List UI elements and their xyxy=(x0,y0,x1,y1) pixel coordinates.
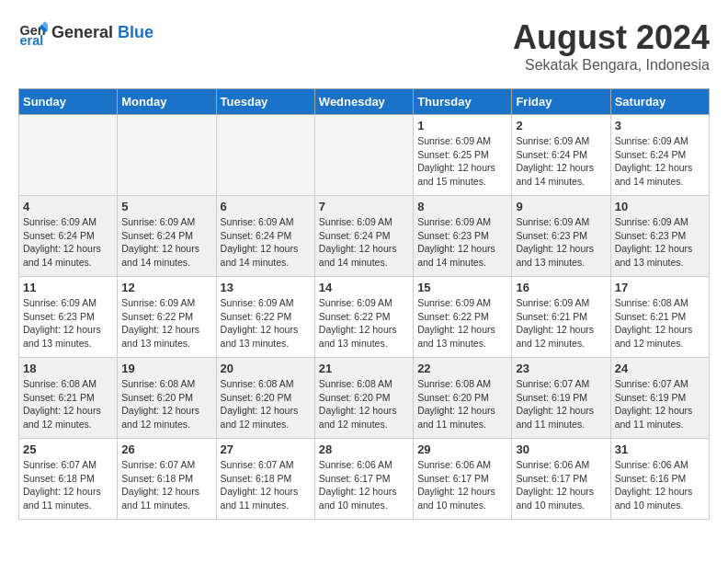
day-number: 18 xyxy=(23,362,113,375)
day-info: Sunrise: 6:09 AM Sunset: 6:22 PM Dayligh… xyxy=(221,296,311,350)
day-info: Sunrise: 6:06 AM Sunset: 6:16 PM Dayligh… xyxy=(615,458,705,512)
day-info: Sunrise: 6:08 AM Sunset: 6:21 PM Dayligh… xyxy=(23,377,113,431)
calendar-week-row: 11Sunrise: 6:09 AM Sunset: 6:23 PM Dayli… xyxy=(19,277,710,358)
day-info: Sunrise: 6:09 AM Sunset: 6:23 PM Dayligh… xyxy=(516,215,606,270)
day-info: Sunrise: 6:09 AM Sunset: 6:22 PM Dayligh… xyxy=(121,296,211,350)
weekday-header-tuesday: Tuesday xyxy=(216,89,314,115)
calendar-cell: 11Sunrise: 6:09 AM Sunset: 6:23 PM Dayli… xyxy=(19,277,118,358)
calendar-table: SundayMondayTuesdayWednesdayThursdayFrid… xyxy=(18,88,710,520)
day-info: Sunrise: 6:07 AM Sunset: 6:18 PM Dayligh… xyxy=(23,458,113,512)
day-number: 4 xyxy=(23,200,113,213)
day-number: 29 xyxy=(417,442,507,456)
calendar-cell xyxy=(216,115,314,196)
day-info: Sunrise: 6:07 AM Sunset: 6:19 PM Dayligh… xyxy=(615,377,705,431)
day-info: Sunrise: 6:06 AM Sunset: 6:17 PM Dayligh… xyxy=(417,458,507,512)
day-number: 25 xyxy=(23,442,113,456)
calendar-cell: 21Sunrise: 6:08 AM Sunset: 6:20 PM Dayli… xyxy=(314,358,413,439)
day-number: 23 xyxy=(516,362,606,375)
calendar-cell xyxy=(19,115,118,196)
calendar-cell: 7Sunrise: 6:09 AM Sunset: 6:24 PM Daylig… xyxy=(314,196,413,277)
calendar-cell: 17Sunrise: 6:08 AM Sunset: 6:21 PM Dayli… xyxy=(610,277,709,358)
calendar-cell: 27Sunrise: 6:07 AM Sunset: 6:18 PM Dayli… xyxy=(216,439,314,520)
day-number: 9 xyxy=(516,200,606,213)
calendar-cell: 14Sunrise: 6:09 AM Sunset: 6:22 PM Dayli… xyxy=(314,277,413,358)
day-number: 24 xyxy=(615,362,705,375)
day-number: 28 xyxy=(319,442,409,456)
day-number: 3 xyxy=(615,119,705,132)
calendar-cell: 4Sunrise: 6:09 AM Sunset: 6:24 PM Daylig… xyxy=(19,196,118,277)
day-info: Sunrise: 6:09 AM Sunset: 6:24 PM Dayligh… xyxy=(615,134,705,189)
calendar-week-row: 18Sunrise: 6:08 AM Sunset: 6:21 PM Dayli… xyxy=(19,358,710,439)
calendar-cell: 26Sunrise: 6:07 AM Sunset: 6:18 PM Dayli… xyxy=(118,439,216,520)
calendar-cell: 29Sunrise: 6:06 AM Sunset: 6:17 PM Dayli… xyxy=(414,439,512,520)
weekday-header-friday: Friday xyxy=(512,89,610,115)
calendar-cell xyxy=(314,115,413,196)
weekday-header-row: SundayMondayTuesdayWednesdayThursdayFrid… xyxy=(19,89,710,115)
logo: Gen eral General Blue xyxy=(18,18,154,48)
weekday-header-saturday: Saturday xyxy=(610,89,709,115)
day-info: Sunrise: 6:09 AM Sunset: 6:22 PM Dayligh… xyxy=(417,296,507,350)
day-info: Sunrise: 6:07 AM Sunset: 6:18 PM Dayligh… xyxy=(121,458,211,512)
day-number: 6 xyxy=(221,200,311,213)
calendar-cell xyxy=(118,115,216,196)
calendar-cell: 28Sunrise: 6:06 AM Sunset: 6:17 PM Dayli… xyxy=(314,439,413,520)
day-info: Sunrise: 6:07 AM Sunset: 6:19 PM Dayligh… xyxy=(516,377,606,431)
day-number: 10 xyxy=(615,200,705,213)
calendar-cell: 13Sunrise: 6:09 AM Sunset: 6:22 PM Dayli… xyxy=(216,277,314,358)
calendar-cell: 1Sunrise: 6:09 AM Sunset: 6:25 PM Daylig… xyxy=(414,115,512,196)
day-info: Sunrise: 6:09 AM Sunset: 6:24 PM Dayligh… xyxy=(121,215,211,270)
calendar-cell: 15Sunrise: 6:09 AM Sunset: 6:22 PM Dayli… xyxy=(414,277,512,358)
day-info: Sunrise: 6:08 AM Sunset: 6:21 PM Dayligh… xyxy=(615,296,705,350)
logo-line2: Blue xyxy=(118,23,154,41)
calendar-cell: 19Sunrise: 6:08 AM Sunset: 6:20 PM Dayli… xyxy=(118,358,216,439)
calendar-cell: 18Sunrise: 6:08 AM Sunset: 6:21 PM Dayli… xyxy=(19,358,118,439)
svg-text:eral: eral xyxy=(20,33,44,48)
day-info: Sunrise: 6:08 AM Sunset: 6:20 PM Dayligh… xyxy=(319,377,409,431)
day-number: 30 xyxy=(516,442,606,456)
calendar-cell: 25Sunrise: 6:07 AM Sunset: 6:18 PM Dayli… xyxy=(19,439,118,520)
calendar-cell: 12Sunrise: 6:09 AM Sunset: 6:22 PM Dayli… xyxy=(118,277,216,358)
weekday-header-monday: Monday xyxy=(118,89,216,115)
calendar-cell: 10Sunrise: 6:09 AM Sunset: 6:23 PM Dayli… xyxy=(610,196,709,277)
calendar-cell: 5Sunrise: 6:09 AM Sunset: 6:24 PM Daylig… xyxy=(118,196,216,277)
day-number: 7 xyxy=(319,200,409,213)
day-info: Sunrise: 6:07 AM Sunset: 6:18 PM Dayligh… xyxy=(221,458,311,512)
day-number: 21 xyxy=(319,362,409,375)
calendar-week-row: 4Sunrise: 6:09 AM Sunset: 6:24 PM Daylig… xyxy=(19,196,710,277)
calendar-cell: 31Sunrise: 6:06 AM Sunset: 6:16 PM Dayli… xyxy=(610,439,709,520)
day-number: 15 xyxy=(417,281,507,294)
day-info: Sunrise: 6:09 AM Sunset: 6:24 PM Dayligh… xyxy=(319,215,409,270)
day-info: Sunrise: 6:06 AM Sunset: 6:17 PM Dayligh… xyxy=(516,458,606,512)
day-number: 1 xyxy=(417,119,507,132)
month-year: August 2024 xyxy=(513,18,710,57)
day-info: Sunrise: 6:08 AM Sunset: 6:20 PM Dayligh… xyxy=(221,377,311,431)
day-number: 26 xyxy=(121,442,211,456)
calendar-cell: 23Sunrise: 6:07 AM Sunset: 6:19 PM Dayli… xyxy=(512,358,610,439)
calendar-cell: 24Sunrise: 6:07 AM Sunset: 6:19 PM Dayli… xyxy=(610,358,709,439)
day-info: Sunrise: 6:06 AM Sunset: 6:17 PM Dayligh… xyxy=(319,458,409,512)
page-header: Gen eral General Blue August 2024 Sekata… xyxy=(18,18,710,74)
day-info: Sunrise: 6:09 AM Sunset: 6:24 PM Dayligh… xyxy=(516,134,606,189)
day-number: 19 xyxy=(121,362,211,375)
calendar-cell: 6Sunrise: 6:09 AM Sunset: 6:24 PM Daylig… xyxy=(216,196,314,277)
day-number: 5 xyxy=(121,200,211,213)
logo-line1: General xyxy=(51,23,113,41)
day-number: 8 xyxy=(417,200,507,213)
weekday-header-wednesday: Wednesday xyxy=(314,89,413,115)
day-number: 16 xyxy=(516,281,606,294)
weekday-header-thursday: Thursday xyxy=(414,89,512,115)
title-block: August 2024 Sekatak Bengara, Indonesia xyxy=(513,18,710,74)
calendar-week-row: 25Sunrise: 6:07 AM Sunset: 6:18 PM Dayli… xyxy=(19,439,710,520)
day-info: Sunrise: 6:08 AM Sunset: 6:20 PM Dayligh… xyxy=(121,377,211,431)
day-info: Sunrise: 6:09 AM Sunset: 6:23 PM Dayligh… xyxy=(615,215,705,270)
day-number: 12 xyxy=(121,281,211,294)
calendar-cell: 30Sunrise: 6:06 AM Sunset: 6:17 PM Dayli… xyxy=(512,439,610,520)
day-number: 13 xyxy=(221,281,311,294)
day-info: Sunrise: 6:08 AM Sunset: 6:20 PM Dayligh… xyxy=(417,377,507,431)
day-number: 20 xyxy=(221,362,311,375)
day-info: Sunrise: 6:09 AM Sunset: 6:23 PM Dayligh… xyxy=(23,296,113,350)
location: Sekatak Bengara, Indonesia xyxy=(513,57,710,74)
calendar-cell: 8Sunrise: 6:09 AM Sunset: 6:23 PM Daylig… xyxy=(414,196,512,277)
day-info: Sunrise: 6:09 AM Sunset: 6:24 PM Dayligh… xyxy=(221,215,311,270)
calendar-cell: 3Sunrise: 6:09 AM Sunset: 6:24 PM Daylig… xyxy=(610,115,709,196)
